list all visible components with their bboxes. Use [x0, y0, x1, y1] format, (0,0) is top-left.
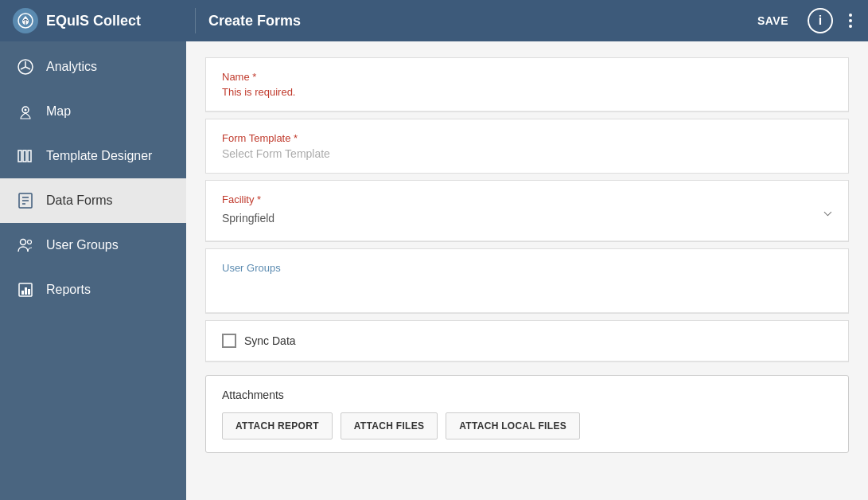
svg-rect-4	[18, 150, 21, 162]
form-template-placeholder[interactable]: Select Form Template	[222, 147, 832, 160]
svg-rect-16	[28, 289, 30, 295]
svg-point-3	[25, 109, 27, 111]
form-template-label: Form Template *	[222, 132, 832, 144]
svg-rect-6	[28, 150, 31, 162]
name-error: This is required.	[222, 86, 832, 98]
sidebar-item-user-groups[interactable]: User Groups	[0, 223, 186, 268]
svg-point-12	[28, 240, 32, 244]
analytics-label: Analytics	[46, 60, 97, 74]
reports-label: Reports	[46, 283, 91, 297]
template-designer-label: Template Designer	[46, 149, 152, 163]
map-icon	[16, 102, 35, 121]
template-icon	[16, 146, 35, 166]
facility-value: Springfield	[222, 209, 274, 228]
facility-label: Facility *	[222, 193, 274, 205]
svg-point-11	[21, 240, 26, 245]
user-groups-label: User Groups	[222, 262, 832, 274]
sync-label: Sync Data	[244, 334, 296, 347]
map-label: Map	[46, 104, 71, 119]
app-logo-icon	[13, 8, 38, 33]
analytics-icon	[16, 57, 35, 76]
sidebar: Analytics Map Template Designer	[0, 41, 186, 500]
form-template-field: Form Template * Select Form Template	[206, 119, 848, 173]
chevron-down-icon: ⌵	[823, 202, 832, 220]
user-groups-label: User Groups	[46, 238, 119, 252]
dot3	[849, 25, 852, 28]
header-actions: SAVE i	[751, 8, 855, 33]
svg-rect-14	[21, 291, 24, 295]
sidebar-item-data-forms[interactable]: Data Forms	[0, 178, 186, 223]
attach-buttons-group: ATTACH REPORT ATTACH FILES ATTACH LOCAL …	[222, 412, 832, 439]
svg-rect-5	[23, 150, 26, 162]
attachments-section: Attachments ATTACH REPORT ATTACH FILES A…	[205, 375, 849, 453]
svg-rect-15	[25, 287, 27, 295]
name-field-section: Name * This is required.	[205, 57, 849, 112]
reports-icon	[16, 280, 35, 299]
dot1	[849, 14, 852, 17]
sidebar-item-reports[interactable]: Reports	[0, 268, 186, 312]
form-template-section: Form Template * Select Form Template	[205, 119, 849, 174]
sync-field: Sync Data	[206, 321, 848, 361]
more-options-button[interactable]	[846, 10, 855, 31]
sidebar-item-analytics[interactable]: Analytics	[0, 45, 186, 89]
sync-data-checkbox[interactable]	[222, 334, 236, 348]
facility-field[interactable]: Facility * Springfield ⌵	[206, 181, 848, 241]
app-logo-area: EQuIS Collect	[13, 8, 196, 33]
facility-content: Facility * Springfield	[222, 193, 274, 228]
info-icon: i	[819, 14, 822, 28]
save-button[interactable]: SAVE	[751, 11, 795, 30]
forms-icon	[16, 191, 35, 210]
main-layout: Analytics Map Template Designer	[0, 41, 868, 500]
dot2	[849, 19, 852, 22]
attachments-title: Attachments	[222, 389, 832, 401]
sync-section: Sync Data	[205, 320, 849, 362]
facility-section: Facility * Springfield ⌵	[205, 180, 849, 242]
user-groups-field: User Groups	[206, 249, 848, 313]
app-header: EQuIS Collect Create Forms SAVE i	[0, 0, 868, 41]
info-button[interactable]: i	[808, 8, 833, 33]
user-groups-section: User Groups	[205, 248, 849, 314]
attach-files-button[interactable]: ATTACH FILES	[341, 412, 438, 439]
page-title: Create Forms	[208, 13, 751, 29]
name-field: Name * This is required.	[206, 58, 848, 111]
content-area: Name * This is required. Form Template *…	[186, 41, 868, 500]
attach-local-files-button[interactable]: ATTACH LOCAL FILES	[446, 412, 580, 439]
app-title: EQuIS Collect	[46, 13, 141, 29]
sidebar-item-map[interactable]: Map	[0, 89, 186, 134]
users-icon	[16, 236, 35, 255]
attach-report-button[interactable]: ATTACH REPORT	[222, 412, 333, 439]
sidebar-item-template-designer[interactable]: Template Designer	[0, 134, 186, 178]
name-label: Name *	[222, 71, 832, 83]
data-forms-label: Data Forms	[46, 193, 113, 208]
